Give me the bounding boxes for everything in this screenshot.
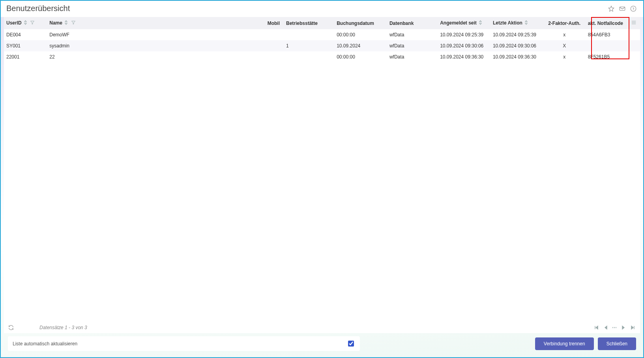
page-title: Benutzerübersicht — [6, 4, 608, 13]
user-table: UserID Name Mobil Betriebsstätte Buchung… — [4, 17, 640, 62]
col-label: Betriebsstätte — [286, 21, 318, 26]
cell-userid: SY001 — [4, 40, 47, 51]
col-label: Angemeldet seit — [440, 20, 477, 26]
col-header-aktion[interactable]: Letzte Aktion — [490, 17, 543, 29]
cell-twofa: X — [543, 40, 586, 51]
grid-empty-space — [4, 62, 640, 322]
cell-betrieb — [284, 51, 334, 62]
col-label: Mobil — [268, 21, 280, 26]
mail-icon[interactable] — [619, 5, 626, 12]
disconnect-button[interactable]: Verbindung trennen — [535, 337, 594, 350]
cell-name: 22 — [47, 51, 262, 62]
cell-betrieb — [284, 29, 334, 40]
svg-marker-0 — [608, 6, 614, 11]
content-area: UserID Name Mobil Betriebsstätte Buchung… — [1, 17, 643, 357]
col-label: UserID — [6, 20, 22, 26]
cell-betrieb: 1 — [284, 40, 334, 51]
col-header-menu[interactable] — [628, 17, 640, 29]
svg-point-3 — [633, 10, 634, 10]
col-label: Datenbank — [389, 21, 414, 26]
cell-db: wfData — [387, 51, 438, 62]
cell-name: sysadmin — [47, 40, 262, 51]
cell-buch: 00:00:00 — [334, 51, 387, 62]
pager-prev-icon[interactable] — [603, 324, 609, 331]
cell-notf: 854A6FB3 — [586, 29, 628, 40]
footer-bar: Liste automatisch aktualisieren Verbindu… — [4, 333, 640, 354]
cell-userid: DE004 — [4, 29, 47, 40]
sort-icon[interactable] — [524, 20, 528, 26]
header-icon-group — [608, 5, 637, 12]
col-header-name[interactable]: Name — [47, 17, 262, 29]
column-menu-icon[interactable] — [631, 21, 637, 26]
table-body: DE004DemoWF00:00:00wfData10.09.2024 09:2… — [4, 29, 640, 62]
col-header-mobil[interactable]: Mobil — [263, 17, 284, 29]
pager: ⋯ — [593, 324, 636, 331]
pager-last-icon[interactable] — [630, 324, 636, 331]
svg-rect-1 — [620, 7, 625, 10]
col-header-userid[interactable]: UserID — [4, 17, 47, 29]
table-row[interactable]: DE004DemoWF00:00:00wfData10.09.2024 09:2… — [4, 29, 640, 40]
cell-userid: 22001 — [4, 51, 47, 62]
record-count-text: Datensätze 1 - 3 von 3 — [39, 325, 87, 330]
cell-db: wfData — [387, 40, 438, 51]
cell-db: wfData — [387, 29, 438, 40]
close-button[interactable]: Schließen — [598, 337, 636, 350]
sort-icon[interactable] — [64, 20, 68, 26]
col-header-notfallcode[interactable]: akt. Notfallcode — [586, 17, 628, 29]
pager-next-icon[interactable] — [620, 324, 627, 331]
cell-menu — [628, 40, 640, 51]
auto-update-box: Liste automatisch aktualisieren — [8, 336, 360, 351]
cell-angem: 10.09.2024 09:30:06 — [438, 40, 490, 51]
col-label: Buchungsdatum — [337, 21, 374, 26]
table-row[interactable]: 220012200:00:00wfData10.09.2024 09:36:30… — [4, 51, 640, 62]
cell-aktion: 10.09.2024 09:25:39 — [490, 29, 543, 40]
filter-icon[interactable] — [71, 20, 76, 26]
cell-mobil — [263, 51, 284, 62]
cell-mobil — [263, 40, 284, 51]
cell-buch: 10.09.2024 — [334, 40, 387, 51]
sort-icon[interactable] — [24, 20, 27, 26]
filter-icon[interactable] — [30, 20, 35, 26]
col-label: Name — [49, 20, 62, 26]
star-icon[interactable] — [608, 5, 615, 12]
cell-name: DemoWF — [47, 29, 262, 40]
col-header-buch[interactable]: Buchungsdatum — [334, 17, 387, 29]
help-icon[interactable] — [630, 5, 637, 12]
svg-point-2 — [631, 6, 636, 11]
auto-update-label: Liste automatisch aktualisieren — [13, 341, 77, 347]
cell-aktion: 10.09.2024 09:36:30 — [490, 51, 543, 62]
cell-aktion: 10.09.2024 09:30:06 — [490, 40, 543, 51]
cell-menu — [628, 29, 640, 40]
cell-notf: 8F5261B5 — [586, 51, 628, 62]
cell-twofa: x — [543, 51, 586, 62]
status-bar: Datensätze 1 - 3 von 3 ⋯ — [4, 322, 640, 333]
footer-buttons: Verbindung trennen Schließen — [535, 337, 636, 350]
pager-first-icon[interactable] — [593, 324, 599, 331]
auto-update-checkbox[interactable] — [348, 341, 354, 347]
cell-buch: 00:00:00 — [334, 29, 387, 40]
cell-angem: 10.09.2024 09:25:39 — [438, 29, 490, 40]
sort-icon[interactable] — [479, 20, 482, 26]
cell-mobil — [263, 29, 284, 40]
window-header: Benutzerübersicht — [1, 1, 643, 17]
col-label: 2-Faktor-Auth. — [548, 21, 580, 26]
table-row[interactable]: SY001sysadmin110.09.2024wfData10.09.2024… — [4, 40, 640, 51]
refresh-icon[interactable] — [8, 324, 14, 331]
col-label: akt. Notfallcode — [588, 21, 623, 26]
col-header-db[interactable]: Datenbank — [387, 17, 438, 29]
cell-notf — [586, 40, 628, 51]
col-label: Letzte Aktion — [493, 20, 522, 26]
user-grid: UserID Name Mobil Betriebsstätte Buchung… — [4, 17, 640, 333]
col-header-betrieb[interactable]: Betriebsstätte — [284, 17, 334, 29]
cell-angem: 10.09.2024 09:36:30 — [438, 51, 490, 62]
col-header-2fa[interactable]: 2-Faktor-Auth. — [543, 17, 586, 29]
cell-twofa: x — [543, 29, 586, 40]
col-header-angem[interactable]: Angemeldet seit — [438, 17, 490, 29]
cell-menu — [628, 51, 640, 62]
pager-dots[interactable]: ⋯ — [612, 325, 617, 330]
table-header-row: UserID Name Mobil Betriebsstätte Buchung… — [4, 17, 640, 29]
